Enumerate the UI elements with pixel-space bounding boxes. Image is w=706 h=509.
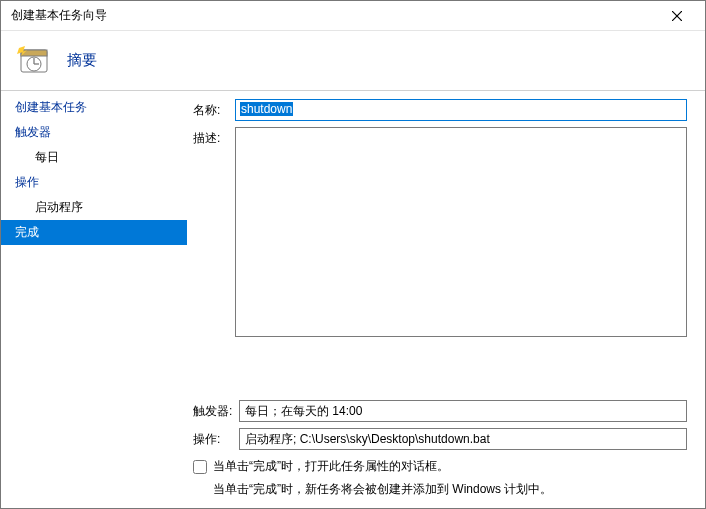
sidebar-item-daily[interactable]: 每日 [1,145,187,170]
sidebar-item-start-program[interactable]: 启动程序 [1,195,187,220]
close-icon [672,11,682,21]
close-button[interactable] [657,2,697,30]
row-action: 操作: 启动程序; C:\Users\sky\Desktop\shutdown.… [193,428,687,450]
trigger-label: 触发器: [193,400,239,420]
name-input[interactable]: shutdown [235,99,687,121]
action-field[interactable]: 启动程序; C:\Users\sky\Desktop\shutdown.bat [239,428,687,450]
row-name: 名称: shutdown [193,99,687,121]
summary-block: 触发器: 每日；在每天的 14:00 操作: 启动程序; C:\Users\sk… [193,400,687,500]
sidebar-item-action[interactable]: 操作 [1,170,187,195]
row-description: 描述: [193,127,687,337]
info-text: 当单击“完成”时，新任务将会被创建并添加到 Windows 计划中。 [193,479,687,500]
sidebar-item-finish[interactable]: 完成 [1,220,187,245]
body: 创建基本任务 触发器 每日 操作 启动程序 完成 名称: shutdown 描述… [1,91,705,508]
content: 名称: shutdown 描述: 触发器: 每日；在每天的 14:00 操作: … [187,91,705,508]
header: 摘要 [1,31,705,91]
description-label: 描述: [193,127,235,147]
titlebar: 创建基本任务向导 [1,1,705,31]
open-properties-label: 当单击“完成”时，打开此任务属性的对话框。 [213,458,449,475]
action-label: 操作: [193,428,239,448]
sidebar: 创建基本任务 触发器 每日 操作 启动程序 完成 [1,91,187,508]
sidebar-item-create-task[interactable]: 创建基本任务 [1,95,187,120]
window-title: 创建基本任务向导 [11,7,657,24]
description-input[interactable] [235,127,687,337]
row-trigger: 触发器: 每日；在每天的 14:00 [193,400,687,422]
wizard-icon [17,44,51,78]
page-title: 摘要 [67,51,97,70]
open-properties-checkbox[interactable] [193,460,207,474]
name-value: shutdown [240,102,293,116]
open-props-row: 当单击“完成”时，打开此任务属性的对话框。 [193,458,687,475]
wizard-window: 创建基本任务向导 摘要 创建基本任务 触发器 每日 操作 [0,0,706,509]
trigger-field[interactable]: 每日；在每天的 14:00 [239,400,687,422]
sidebar-item-trigger[interactable]: 触发器 [1,120,187,145]
name-label: 名称: [193,99,235,119]
svg-rect-3 [21,50,47,56]
